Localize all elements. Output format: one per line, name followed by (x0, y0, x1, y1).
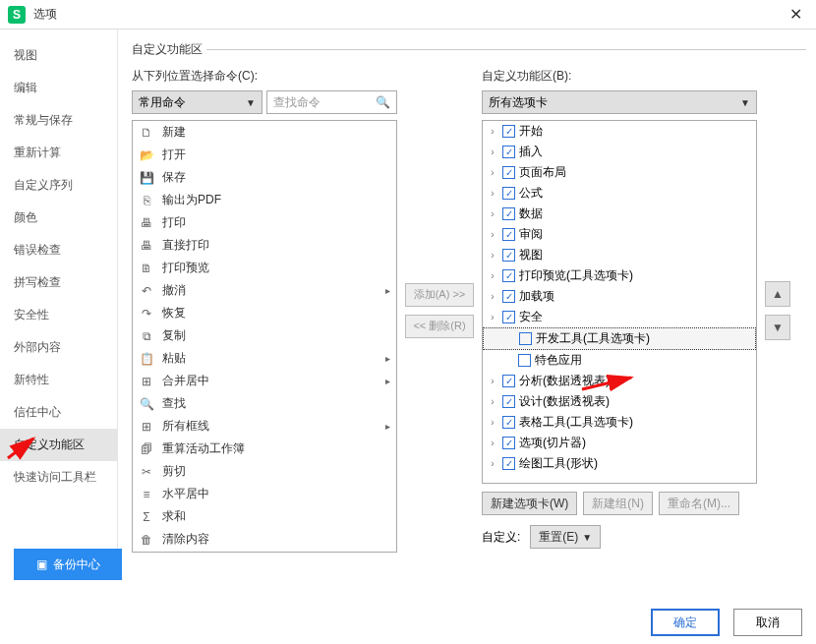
tree-item[interactable]: ›✓表格工具(工具选项卡) (483, 412, 756, 433)
ok-button[interactable]: 确定 (651, 609, 720, 636)
tree-item[interactable]: 开发工具(工具选项卡) (483, 327, 756, 350)
sidebar-item[interactable]: 自定义功能区 (0, 429, 117, 461)
checkbox[interactable]: ✓ (502, 146, 515, 158)
command-item[interactable]: 🖶打印 (133, 211, 396, 234)
checkbox[interactable]: ✓ (502, 269, 515, 282)
sidebar-item[interactable]: 信任中心 (0, 396, 117, 429)
sidebar-item[interactable]: 常规与保存 (0, 104, 117, 137)
choose-from-label: 从下列位置选择命令(C): (132, 68, 397, 85)
tree-item[interactable]: 特色应用 (483, 350, 756, 371)
tree-item[interactable]: ›✓设计(数据透视表) (483, 391, 756, 412)
sidebar-item[interactable]: 拼写检查 (0, 266, 117, 299)
tree-item[interactable]: ›✓打印预览(工具选项卡) (483, 265, 756, 286)
move-up-button[interactable]: ▲ (765, 281, 790, 307)
move-down-button[interactable]: ▼ (765, 315, 790, 340)
expand-icon: ▸ (380, 376, 390, 386)
command-item[interactable]: 🖌格式刷 (133, 551, 396, 553)
command-item[interactable]: 🗐重算活动工作簿 (133, 438, 396, 460)
tree-item[interactable]: ›✓公式 (483, 183, 756, 204)
reset-button[interactable]: 重置(E) ▼ (530, 525, 601, 549)
command-item[interactable]: 📂打开 (133, 144, 396, 166)
chevron-right-icon: › (487, 229, 498, 240)
sidebar-item[interactable]: 编辑 (0, 72, 117, 104)
tree-item[interactable]: ›✓加载项 (483, 286, 756, 307)
tree-item[interactable]: ›✓绘图工具(形状) (483, 453, 756, 474)
tree-item[interactable]: ›✓页面布局 (483, 162, 756, 183)
tree-item[interactable]: ›✓开始 (483, 121, 756, 142)
tree-item[interactable]: ›✓数据 (483, 204, 756, 224)
command-item[interactable]: ⎘输出为PDF (133, 189, 396, 211)
checkbox[interactable]: ✓ (502, 457, 515, 470)
dprint-icon: 🖶 (139, 238, 154, 254)
close-icon[interactable]: ✕ (784, 5, 808, 24)
tabs-filter-combo[interactable]: 所有选项卡 ▼ (482, 90, 757, 114)
hcenter-icon: ≡ (139, 487, 154, 502)
command-item[interactable]: ✂剪切 (133, 460, 396, 483)
ribbon-tree[interactable]: ›✓开始›✓插入›✓页面布局›✓公式›✓数据›✓审阅›✓视图›✓打印预览(工具选… (482, 120, 757, 484)
checkbox[interactable]: ✓ (502, 311, 515, 323)
checkbox[interactable]: ✓ (502, 207, 515, 220)
chevron-right-icon: › (487, 396, 498, 407)
cancel-button[interactable]: 取消 (733, 609, 802, 636)
tree-item[interactable]: ›✓插入 (483, 142, 756, 162)
checkbox[interactable]: ✓ (502, 125, 515, 138)
checkbox[interactable]: ✓ (502, 437, 515, 449)
command-item[interactable]: 💾保存 (133, 166, 396, 189)
command-item[interactable]: Σ求和 (133, 505, 396, 528)
checkbox[interactable]: ✓ (502, 416, 515, 429)
checkbox[interactable]: ✓ (502, 290, 515, 303)
sidebar-item[interactable]: 颜色 (0, 202, 117, 234)
remove-button[interactable]: << 删除(R) (405, 315, 474, 338)
sidebar-item[interactable]: 安全性 (0, 299, 117, 331)
checkbox[interactable]: ✓ (502, 228, 515, 241)
sidebar-item[interactable]: 错误检查 (0, 234, 117, 266)
add-button[interactable]: 添加(A) >> (405, 283, 474, 307)
command-item[interactable]: ⧉复制 (133, 324, 396, 347)
checkbox[interactable]: ✓ (502, 395, 515, 408)
expand-icon: ▸ (380, 421, 390, 432)
sidebar-item[interactable]: 自定义序列 (0, 169, 117, 202)
search-icon: 🔍 (376, 95, 390, 109)
command-item[interactable]: ↶撤消▸ (133, 279, 396, 302)
checkbox[interactable] (518, 354, 531, 367)
rename-button: 重命名(M)... (659, 492, 739, 515)
command-item[interactable]: ⊞合并居中▸ (133, 370, 396, 392)
sidebar-item[interactable]: 新特性 (0, 364, 117, 396)
command-item[interactable]: 🗑清除内容 (133, 528, 396, 551)
new-tab-button[interactable]: 新建选项卡(W) (482, 492, 577, 515)
search-input[interactable]: 查找命令 🔍 (266, 90, 397, 114)
checkbox[interactable] (519, 332, 532, 345)
chevron-right-icon: › (487, 312, 498, 322)
checkbox[interactable]: ✓ (502, 249, 515, 262)
chevron-right-icon: › (487, 188, 498, 199)
merge-icon: ⊞ (139, 374, 154, 389)
tree-item[interactable]: ›✓选项(切片器) (483, 433, 756, 453)
command-item[interactable]: 📋粘贴▸ (133, 347, 396, 370)
expand-icon: ▸ (380, 353, 390, 364)
sidebar-item[interactable]: 快速访问工具栏 (0, 461, 117, 494)
checkbox[interactable]: ✓ (502, 375, 515, 387)
command-item[interactable]: 🖶直接打印 (133, 234, 396, 257)
command-item[interactable]: 🔍查找 (133, 392, 396, 415)
expand-icon: ▸ (380, 285, 390, 296)
sidebar-item[interactable]: 外部内容 (0, 331, 117, 364)
commands-category-combo[interactable]: 常用命令 ▼ (132, 90, 262, 114)
tree-item[interactable]: ›✓安全 (483, 307, 756, 327)
chevron-right-icon: › (487, 167, 498, 178)
backup-center-button[interactable]: ▣ 备份中心 (14, 549, 122, 580)
command-item[interactable]: ⊞所有框线▸ (133, 415, 396, 438)
sidebar-item[interactable]: 重新计算 (0, 137, 117, 169)
tree-item[interactable]: ›✓分析(数据透视表) (483, 371, 756, 391)
checkbox[interactable]: ✓ (502, 187, 515, 200)
command-item[interactable]: ≡水平居中 (133, 483, 396, 505)
command-item[interactable]: 🗎打印预览 (133, 257, 396, 279)
sidebar-item[interactable]: 视图 (0, 39, 117, 72)
sum-icon: Σ (139, 509, 154, 525)
tree-item[interactable]: ›✓审阅 (483, 224, 756, 245)
chevron-right-icon: › (487, 146, 498, 157)
checkbox[interactable]: ✓ (502, 166, 515, 179)
commands-listbox[interactable]: 🗋新建📂打开💾保存⎘输出为PDF🖶打印🖶直接打印🗎打印预览↶撤消▸↷恢复⧉复制📋… (132, 120, 397, 553)
tree-item[interactable]: ›✓视图 (483, 245, 756, 265)
command-item[interactable]: 🗋新建 (133, 121, 396, 144)
command-item[interactable]: ↷恢复 (133, 302, 396, 324)
